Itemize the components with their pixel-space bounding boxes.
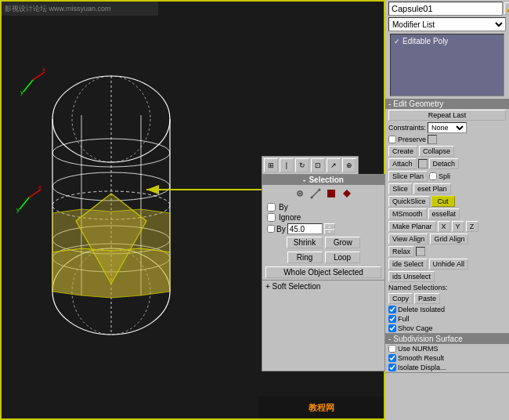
- full-checkbox[interactable]: [388, 315, 396, 323]
- toolbar-icon-6[interactable]: ⊕: [342, 158, 356, 172]
- view-align-button[interactable]: View Align: [388, 234, 428, 244]
- preserve-checkbox[interactable]: [388, 136, 396, 143]
- repeat-last-button[interactable]: Repeat Last: [388, 110, 506, 121]
- polygon-icon[interactable]: [341, 187, 353, 200]
- copy-button[interactable]: Copy: [388, 293, 413, 304]
- ring-button[interactable]: Ring: [287, 252, 323, 263]
- svg-point-30: [311, 197, 313, 199]
- by-checkbox-row: By: [262, 202, 384, 212]
- detach-button[interactable]: Detach: [429, 158, 460, 169]
- attach-swatch: [418, 159, 428, 168]
- relax-row: Relax: [385, 245, 509, 258]
- use-nurms-checkbox[interactable]: [388, 345, 396, 353]
- smooth-result-row: Smooth Result: [385, 353, 509, 363]
- check-icon: ✓: [394, 38, 400, 45]
- ignore-checkbox-row: Ignore: [262, 212, 384, 223]
- numeric-input[interactable]: [287, 223, 323, 234]
- toolbar-icon-1[interactable]: ⊞: [264, 158, 278, 172]
- top-bar: 🔒 Modifier List ✓ Editable Poly: [385, 0, 509, 99]
- delete-isolated-row: Delete Isolated: [385, 305, 509, 314]
- ignore-checkbox[interactable]: [267, 213, 276, 222]
- watermark-text: 影视设计论坛 www.missyuan.com: [5, 4, 111, 14]
- whole-object-button[interactable]: Whole Object Selected: [265, 266, 381, 278]
- by-numeric-row: By ▲ ▼: [262, 223, 384, 235]
- named-selections-label-row: Named Selections:: [385, 283, 509, 292]
- relax-button[interactable]: Relax: [388, 246, 414, 257]
- edit-geometry-title: - Edit Geometry: [385, 99, 509, 109]
- object-name-row: 🔒: [388, 2, 506, 16]
- viewport-3d[interactable]: 影视设计论坛 www.missyuan.com x y x y: [0, 0, 385, 420]
- show-cage-label: Shov Cage: [398, 324, 433, 332]
- numeric-spinner: ▲ ▼: [324, 223, 335, 234]
- object-lock-icon[interactable]: 🔒: [504, 2, 509, 15]
- viewport-toolbar: ⊞ | ↻ ⊡ ↗ ⊕: [262, 156, 359, 175]
- edge-icon[interactable]: [309, 187, 322, 200]
- loop-button[interactable]: Loop: [325, 252, 360, 263]
- slice2-row: Slice eset Plan: [385, 183, 509, 195]
- constraints-row: Constraints: None: [385, 121, 509, 134]
- quickslice-button[interactable]: QuickSlice: [388, 196, 430, 207]
- toolbar-icon-2[interactable]: |: [280, 158, 294, 172]
- by-checkbox[interactable]: [267, 203, 276, 212]
- delete-isolated-checkbox[interactable]: [388, 306, 396, 313]
- reset-plane-button[interactable]: eset Plan: [413, 183, 451, 194]
- spin-down[interactable]: ▼: [324, 229, 335, 234]
- by-label: By: [279, 203, 288, 212]
- constraints-label: Constraints:: [388, 124, 426, 132]
- editable-poly-item[interactable]: ✓ Editable Poly: [392, 36, 502, 46]
- hide-unselected-button[interactable]: ids Unselect: [388, 271, 435, 282]
- constraints-dropdown[interactable]: None: [428, 122, 467, 133]
- eg-minus-icon: -: [388, 100, 391, 108]
- grid-align-button[interactable]: Grid Align: [430, 234, 468, 244]
- svg-line-1: [23, 80, 33, 92]
- toolbar-icon-4[interactable]: ⊡: [311, 158, 325, 172]
- show-cage-checkbox[interactable]: [388, 324, 396, 332]
- modifier-list-row: Modifier List: [388, 17, 506, 31]
- isolate-display-checkbox[interactable]: [388, 364, 396, 371]
- make-planar-button[interactable]: Make Planar: [388, 221, 436, 232]
- attach-button[interactable]: Attach: [388, 158, 417, 169]
- slice-button[interactable]: Slice: [388, 183, 412, 194]
- watermark-bottom-text: 教程网: [309, 402, 334, 414]
- split-checkbox[interactable]: [429, 172, 437, 180]
- grow-button[interactable]: Grow: [325, 237, 360, 248]
- attach-detach-row: Attach Detach: [385, 158, 509, 170]
- hide-selected-button[interactable]: ide Select: [388, 259, 428, 270]
- z-button[interactable]: Z: [466, 221, 478, 232]
- subdivision-title-text: Subdivision Surface: [393, 335, 462, 343]
- modifier-list-dropdown[interactable]: Modifier List: [388, 17, 506, 31]
- border-icon[interactable]: [325, 187, 338, 200]
- vertex-icon[interactable]: [294, 187, 306, 200]
- ss-minus-icon: -: [388, 335, 391, 343]
- copy-paste-row: Copy Paste: [385, 292, 509, 305]
- smooth-result-label: Smooth Result: [398, 354, 444, 362]
- by2-label: By: [276, 225, 286, 234]
- paste-button[interactable]: Paste: [414, 293, 440, 304]
- bottom-watermark: 教程网: [258, 396, 384, 418]
- subdivision-title: - Subdivision Surface: [385, 334, 509, 344]
- msmooth-button[interactable]: MSmooth: [388, 208, 427, 219]
- by2-checkbox[interactable]: [267, 225, 275, 233]
- object-name-input[interactable]: [388, 2, 503, 16]
- slice-row: Slice Plan Spli: [385, 170, 509, 183]
- capsule-wireframe: [33, 41, 190, 370]
- shrink-button[interactable]: Shrink: [287, 237, 323, 248]
- smooth-result-checkbox[interactable]: [388, 354, 396, 362]
- use-nurms-row: Use NURMS: [385, 344, 509, 353]
- msmooth-row: MSmooth essellat: [385, 208, 509, 220]
- cut-button[interactable]: Cut: [431, 196, 455, 207]
- toolbar-icon-5[interactable]: ↗: [327, 158, 341, 172]
- collapse-button[interactable]: Collapse: [419, 146, 454, 157]
- y-button[interactable]: Y: [452, 221, 464, 232]
- watermark-top: 影视设计论坛 www.missyuan.com: [2, 2, 158, 16]
- use-nurms-label: Use NURMS: [398, 345, 439, 353]
- x-button[interactable]: X: [438, 221, 450, 232]
- spin-up[interactable]: ▲: [324, 223, 335, 229]
- create-button[interactable]: Create: [388, 146, 417, 157]
- slice-plane-button[interactable]: Slice Plan: [388, 171, 428, 182]
- tessellate-button[interactable]: essellat: [428, 208, 460, 219]
- preserve-label: Preserve: [398, 136, 426, 143]
- toolbar-icon-3[interactable]: ↻: [295, 158, 309, 172]
- selection-panel-title: - Selection: [262, 175, 384, 185]
- unhide-all-button[interactable]: Unhide All: [429, 259, 469, 270]
